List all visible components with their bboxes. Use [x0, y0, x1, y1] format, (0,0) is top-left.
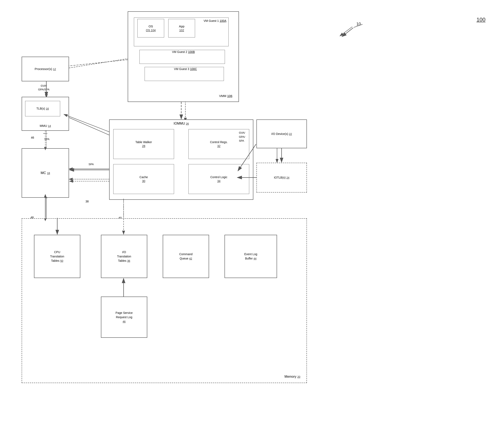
svg-line-1 — [69, 58, 134, 68]
vm-guest2-label: VM Guest 2 100B — [172, 50, 195, 54]
vm-guest2-box: VM Guest 2 100B — [139, 50, 225, 64]
diagram: 100 10 OS OS 104 App 102 VM Guest 1 100A… — [0, 0, 504, 423]
cache-ref: 30 — [142, 179, 145, 183]
event-log-label: Event LogBuffer 44 — [244, 252, 257, 261]
vm-guest3-label: VM Guest 3 100C — [174, 67, 197, 71]
iommu-title: IOMMU 26 — [174, 121, 189, 126]
svg-line-17 — [340, 27, 352, 36]
ref-38-label: 38 — [85, 200, 89, 203]
cpu-trans-tables-label: CPUTranslationTables 50 — [50, 250, 64, 263]
tlb-label: TLB(s) 16 — [36, 107, 49, 111]
iotlb-box: IOTLB(s) 24 — [256, 163, 307, 193]
page-service-label: Page ServiceRequest Log46 — [115, 311, 133, 324]
svg-line-23 — [69, 60, 128, 66]
tlb-box: TLB(s) 16 — [25, 101, 60, 116]
vm-guest1-box: VM Guest 1 100A — [134, 18, 229, 46]
mc-label: MC 18 — [41, 171, 50, 175]
io-devices-label: I/O Device(s) 22 — [271, 132, 292, 136]
spa-label1: SPA — [44, 137, 49, 141]
control-regs-ref: 32 — [217, 144, 221, 148]
table-walker-ref: 28 — [142, 144, 145, 148]
vm-guest3-box: VM Guest 3 100C — [144, 67, 224, 81]
vm-guest1-label: VM Guest 1 100A — [204, 19, 226, 23]
table-walker-box: Table Walker 28 — [113, 129, 174, 159]
page-service-box: Page ServiceRequest Log46 — [101, 297, 147, 338]
processors-label: Processor(s) 12 — [35, 67, 56, 71]
processors-box: Processor(s) 12 — [22, 57, 69, 81]
svg-line-40 — [342, 28, 353, 37]
ref-46-label: 46 — [31, 136, 34, 139]
diagram-ref: 10 — [356, 22, 361, 26]
control-logic-label: Control Logic — [210, 175, 227, 179]
gva-gpa-spa-label2: GVA/GPA/SPA — [239, 131, 245, 143]
cache-label: Cache — [139, 175, 148, 179]
svg-line-25 — [64, 114, 109, 132]
memory-label: Memory 20 — [284, 375, 300, 379]
iommu-box: Table Walker 28 Cache 30 Control Regs. 3… — [109, 119, 253, 200]
gva-gpa-spa-label1: GVA/GPA/SPA — [38, 84, 49, 91]
mmu-label: MMU 14 — [40, 124, 51, 128]
vmm-label: VMM 106 — [219, 94, 232, 98]
command-queue-label: CommandQueue 42 — [179, 252, 192, 261]
vmm-container: OS OS 104 App 102 VM Guest 1 100A VM Gue… — [128, 11, 239, 102]
control-logic-box: Control Logic 34 — [188, 164, 249, 194]
figure-label: 100 — [477, 17, 486, 23]
svg-line-3 — [64, 115, 111, 136]
cache-box: Cache 30 — [113, 164, 174, 194]
command-queue-box: CommandQueue 42 — [163, 235, 209, 278]
iotlb-label: IOTLB(s) 24 — [274, 176, 289, 179]
mmu-box: TLB(s) 16 MMU 14 — [22, 97, 69, 131]
io-trans-tables-label: I/OTranslationTables 36 — [117, 250, 131, 263]
mc-box: MC 18 — [22, 148, 69, 198]
io-devices-box: I/O Device(s) 22 — [256, 119, 307, 148]
control-regs-label: Control Regs. — [210, 140, 228, 144]
io-trans-tables-box: I/OTranslationTables 36 — [101, 235, 147, 278]
spa-label2: SPA — [89, 163, 94, 166]
cpu-trans-tables-box: CPUTranslationTables 50 — [34, 235, 80, 278]
event-log-box: Event LogBuffer 44 — [224, 235, 277, 278]
control-logic-ref: 34 — [217, 179, 221, 183]
table-walker-label: Table Walker — [135, 140, 152, 144]
